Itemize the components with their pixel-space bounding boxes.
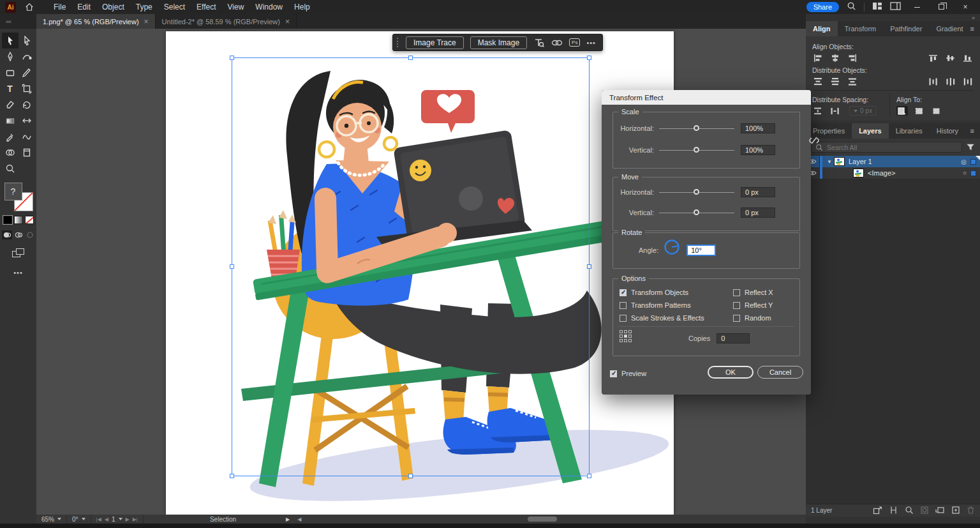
dialog-title[interactable]: Transform Effect <box>602 90 811 105</box>
new-sublayer-icon[interactable] <box>935 506 945 516</box>
width-tool[interactable] <box>19 112 35 128</box>
tab-transform[interactable]: Transform <box>838 21 884 36</box>
rotate-view-tool[interactable] <box>19 96 35 112</box>
move-vertical-input[interactable] <box>741 207 775 218</box>
dock-collapse-icon[interactable]: » <box>806 14 980 21</box>
scale-vertical-slider[interactable] <box>659 146 734 155</box>
distribute-right-button[interactable] <box>962 77 974 86</box>
selection-handle-ne[interactable] <box>587 56 591 60</box>
panel-menu-icon[interactable]: ≡ <box>970 21 980 36</box>
tab-close-icon[interactable]: × <box>285 17 290 26</box>
retype-icon[interactable] <box>533 38 545 48</box>
slider-knob[interactable] <box>694 209 699 215</box>
search-input[interactable] <box>827 144 958 151</box>
menu-file[interactable]: File <box>48 3 71 11</box>
first-artboard-icon[interactable]: |◀ <box>96 517 101 522</box>
minimize-button[interactable] <box>909 3 925 11</box>
tab-history[interactable]: History <box>930 123 965 139</box>
selection-handle-sw[interactable] <box>230 474 234 478</box>
menu-effect[interactable]: Effect <box>191 3 221 11</box>
selection-handle-s[interactable] <box>408 474 413 478</box>
slider-knob[interactable] <box>694 125 699 131</box>
screen-mode-button[interactable] <box>12 248 25 259</box>
shaper-tool[interactable] <box>19 128 35 144</box>
edit-in-photoshop-icon[interactable]: Ps <box>569 38 580 47</box>
selection-color-square[interactable] <box>970 170 976 176</box>
gradient-tool[interactable] <box>2 112 19 128</box>
align-to-key-object-button[interactable] <box>931 106 942 116</box>
color-swatch-button[interactable] <box>3 216 12 224</box>
edit-toolbar-button[interactable]: ••• <box>0 269 36 276</box>
align-to-artboard-button[interactable] <box>896 106 908 116</box>
locate-object-icon[interactable] <box>905 506 914 516</box>
link-icon[interactable] <box>551 39 563 47</box>
restore-button[interactable] <box>933 3 949 11</box>
tab-layers[interactable]: Layers <box>852 123 888 139</box>
artboard-navigation[interactable]: |◀ ◀ 1 ▶ ▶| <box>91 515 144 524</box>
home-icon[interactable] <box>25 3 34 11</box>
menu-object[interactable]: Object <box>96 3 130 11</box>
align-to-selection-button[interactable] <box>914 106 925 116</box>
horizontal-scrollbar[interactable] <box>528 517 557 522</box>
distribute-left-button[interactable] <box>928 77 939 86</box>
scale-horizontal-input[interactable] <box>741 123 775 133</box>
previous-artboard-icon[interactable]: ◀ <box>105 517 108 522</box>
transform-patterns-checkbox[interactable] <box>620 302 627 309</box>
tab-libraries[interactable]: Libraries <box>889 123 930 139</box>
status-menu-icon[interactable]: ▶ <box>286 517 290 522</box>
image-trace-button[interactable]: Image Trace <box>406 36 464 49</box>
none-swatch-button[interactable] <box>25 216 34 224</box>
selection-handle-n[interactable] <box>408 56 413 60</box>
tab-gradient[interactable]: Gradient <box>929 21 970 36</box>
delete-layer-icon[interactable] <box>967 506 975 516</box>
artboard-tool[interactable] <box>19 144 35 160</box>
shape-builder-tool[interactable] <box>2 144 19 160</box>
layer-thumbnail[interactable] <box>834 157 845 166</box>
release-clipping-mask-icon[interactable] <box>889 506 898 516</box>
align-top-button[interactable] <box>928 53 939 63</box>
workspace-switcher-icon[interactable] <box>890 2 901 12</box>
selection-bounding-box[interactable] <box>232 57 590 476</box>
distribute-h-center-button[interactable] <box>945 77 956 86</box>
draw-inside-mode[interactable] <box>25 230 35 239</box>
align-v-center-button[interactable] <box>945 53 956 63</box>
menu-window[interactable]: Window <box>249 3 288 11</box>
selection-handle-nw[interactable] <box>230 56 234 60</box>
copies-input[interactable] <box>716 333 750 343</box>
arrange-documents-icon[interactable] <box>872 2 882 12</box>
zoom-level-select[interactable]: 65% <box>36 515 67 524</box>
reflect-y-checkbox[interactable] <box>733 302 740 309</box>
layer-name[interactable]: Layer 1 <box>849 158 872 165</box>
direct-selection-tool[interactable] <box>19 33 35 49</box>
align-bottom-button[interactable] <box>962 53 974 63</box>
ok-button[interactable]: OK <box>708 366 754 379</box>
menu-select[interactable]: Select <box>158 3 191 11</box>
preview-checkbox[interactable] <box>610 370 617 377</box>
selection-handle-w[interactable] <box>230 264 234 269</box>
type-tool[interactable]: T <box>2 80 19 96</box>
pen-tool[interactable] <box>2 49 19 64</box>
target-icon[interactable]: ○ <box>963 170 967 176</box>
scale-strokes-checkbox[interactable] <box>620 315 627 322</box>
move-horizontal-slider[interactable] <box>659 188 734 197</box>
distribute-bottom-button[interactable] <box>847 77 858 86</box>
draw-normal-mode[interactable] <box>2 230 12 239</box>
slider-knob[interactable] <box>694 189 699 195</box>
rectangle-tool[interactable] <box>2 64 19 80</box>
reflect-x-checkbox[interactable] <box>733 289 740 296</box>
scale-horizontal-slider[interactable] <box>659 124 734 133</box>
scale-vertical-input[interactable] <box>741 145 775 155</box>
selection-tool[interactable] <box>2 33 19 49</box>
menu-type[interactable]: Type <box>130 3 158 11</box>
make-mask-icon[interactable] <box>920 506 929 516</box>
horizontal-spacing-button[interactable] <box>829 106 841 116</box>
filter-icon[interactable] <box>966 143 975 151</box>
cancel-button[interactable]: Cancel <box>757 366 803 379</box>
layers-search-box[interactable] <box>811 142 962 153</box>
slider-knob[interactable] <box>694 147 699 153</box>
move-vertical-slider[interactable] <box>659 208 734 217</box>
reference-point-locator[interactable] <box>620 330 632 342</box>
share-button[interactable]: Share <box>806 2 839 12</box>
tab-pathfinder[interactable]: Pathfinder <box>883 21 929 36</box>
draw-behind-mode[interactable] <box>13 230 24 239</box>
